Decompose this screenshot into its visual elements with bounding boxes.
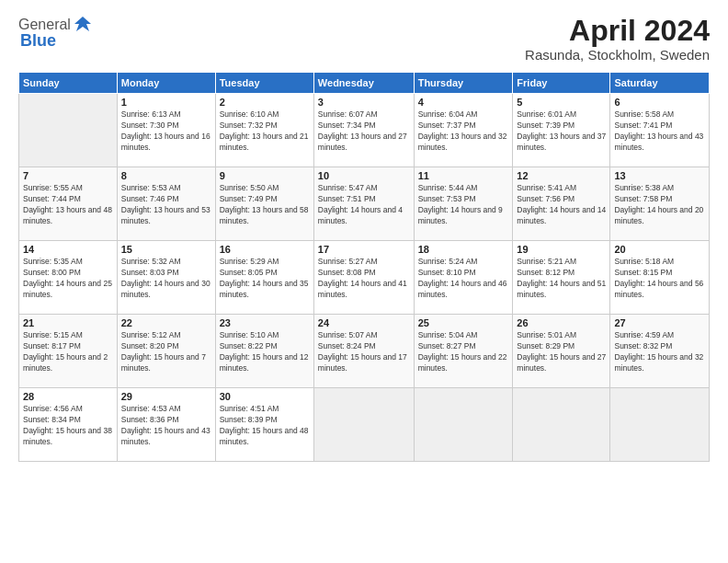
day-number: 10	[318, 170, 410, 181]
calendar-cell: 6Sunrise: 5:58 AM Sunset: 7:41 PM Daylig…	[610, 94, 710, 167]
calendar-cell: 1Sunrise: 6:13 AM Sunset: 7:30 PM Daylig…	[117, 94, 215, 167]
logo-blue-text: Blue	[20, 31, 56, 51]
logo: General Blue	[18, 15, 93, 51]
calendar-cell	[610, 388, 710, 462]
header: General Blue April 2024 Rasunda, Stockho…	[18, 15, 710, 63]
day-info: Sunrise: 5:18 AM Sunset: 8:15 PM Dayligh…	[614, 257, 705, 301]
day-number: 16	[220, 244, 310, 255]
calendar-cell: 10Sunrise: 5:47 AM Sunset: 7:51 PM Dayli…	[313, 167, 414, 241]
day-number: 28	[23, 391, 113, 402]
calendar-cell: 25Sunrise: 5:04 AM Sunset: 8:27 PM Dayli…	[414, 315, 513, 388]
day-info: Sunrise: 5:27 AM Sunset: 8:08 PM Dayligh…	[318, 257, 410, 301]
day-info: Sunrise: 6:01 AM Sunset: 7:39 PM Dayligh…	[517, 109, 606, 154]
calendar-cell: 11Sunrise: 5:44 AM Sunset: 7:53 PM Dayli…	[414, 167, 513, 241]
day-info: Sunrise: 6:10 AM Sunset: 7:32 PM Dayligh…	[220, 109, 310, 154]
day-number: 20	[614, 244, 705, 255]
day-info: Sunrise: 5:41 AM Sunset: 7:56 PM Dayligh…	[517, 183, 606, 227]
calendar-cell: 29Sunrise: 4:53 AM Sunset: 8:36 PM Dayli…	[117, 388, 215, 462]
day-number: 8	[121, 170, 211, 181]
calendar-cell: 30Sunrise: 4:51 AM Sunset: 8:39 PM Dayli…	[215, 388, 313, 462]
day-number: 12	[517, 170, 606, 181]
day-info: Sunrise: 6:04 AM Sunset: 7:37 PM Dayligh…	[418, 109, 509, 154]
day-number: 9	[220, 170, 310, 181]
calendar-cell: 18Sunrise: 5:24 AM Sunset: 8:10 PM Dayli…	[414, 241, 513, 315]
day-number: 4	[418, 97, 509, 108]
weekday-header-tuesday: Tuesday	[215, 73, 313, 94]
day-info: Sunrise: 5:12 AM Sunset: 8:20 PM Dayligh…	[121, 330, 211, 374]
calendar-cell: 28Sunrise: 4:56 AM Sunset: 8:34 PM Dayli…	[19, 388, 118, 462]
week-row-2: 7Sunrise: 5:55 AM Sunset: 7:44 PM Daylig…	[19, 167, 710, 241]
calendar-cell: 5Sunrise: 6:01 AM Sunset: 7:39 PM Daylig…	[513, 94, 610, 167]
week-row-1: 1Sunrise: 6:13 AM Sunset: 7:30 PM Daylig…	[19, 94, 710, 167]
day-number: 13	[614, 170, 705, 181]
calendar-table: SundayMondayTuesdayWednesdayThursdayFrid…	[18, 72, 710, 462]
day-number: 17	[318, 244, 410, 255]
day-info: Sunrise: 5:44 AM Sunset: 7:53 PM Dayligh…	[418, 183, 509, 227]
calendar-cell: 22Sunrise: 5:12 AM Sunset: 8:20 PM Dayli…	[117, 315, 215, 388]
calendar-cell: 26Sunrise: 5:01 AM Sunset: 8:29 PM Dayli…	[513, 315, 610, 388]
calendar-cell: 2Sunrise: 6:10 AM Sunset: 7:32 PM Daylig…	[215, 94, 313, 167]
day-info: Sunrise: 5:32 AM Sunset: 8:03 PM Dayligh…	[121, 257, 211, 301]
day-number: 27	[614, 317, 705, 328]
svg-marker-0	[74, 17, 91, 31]
day-info: Sunrise: 4:59 AM Sunset: 8:32 PM Dayligh…	[614, 330, 705, 374]
day-number: 23	[220, 317, 310, 328]
calendar-cell: 23Sunrise: 5:10 AM Sunset: 8:22 PM Dayli…	[215, 315, 313, 388]
calendar-cell: 27Sunrise: 4:59 AM Sunset: 8:32 PM Dayli…	[610, 315, 710, 388]
day-number: 26	[517, 317, 606, 328]
weekday-header-saturday: Saturday	[610, 73, 710, 94]
day-info: Sunrise: 5:38 AM Sunset: 7:58 PM Dayligh…	[614, 183, 705, 227]
calendar-cell: 16Sunrise: 5:29 AM Sunset: 8:05 PM Dayli…	[215, 241, 313, 315]
calendar-cell: 7Sunrise: 5:55 AM Sunset: 7:44 PM Daylig…	[19, 167, 118, 241]
calendar-cell	[513, 388, 610, 462]
week-row-4: 21Sunrise: 5:15 AM Sunset: 8:17 PM Dayli…	[19, 315, 710, 388]
day-info: Sunrise: 5:47 AM Sunset: 7:51 PM Dayligh…	[318, 183, 410, 227]
day-info: Sunrise: 5:07 AM Sunset: 8:24 PM Dayligh…	[318, 330, 410, 374]
weekday-header-friday: Friday	[513, 73, 610, 94]
day-info: Sunrise: 6:13 AM Sunset: 7:30 PM Dayligh…	[121, 109, 211, 154]
calendar-cell: 12Sunrise: 5:41 AM Sunset: 7:56 PM Dayli…	[513, 167, 610, 241]
day-info: Sunrise: 5:35 AM Sunset: 8:00 PM Dayligh…	[23, 257, 113, 301]
page: General Blue April 2024 Rasunda, Stockho…	[0, 0, 728, 563]
day-info: Sunrise: 5:04 AM Sunset: 8:27 PM Dayligh…	[418, 330, 509, 374]
day-number: 24	[318, 317, 410, 328]
calendar-cell: 13Sunrise: 5:38 AM Sunset: 7:58 PM Dayli…	[610, 167, 710, 241]
calendar-cell	[313, 388, 414, 462]
day-info: Sunrise: 5:58 AM Sunset: 7:41 PM Dayligh…	[614, 109, 705, 154]
day-number: 3	[318, 97, 410, 108]
calendar-cell: 19Sunrise: 5:21 AM Sunset: 8:12 PM Dayli…	[513, 241, 610, 315]
day-info: Sunrise: 5:15 AM Sunset: 8:17 PM Dayligh…	[23, 330, 113, 374]
day-number: 29	[121, 391, 211, 402]
day-number: 30	[220, 391, 310, 402]
day-number: 22	[121, 317, 211, 328]
calendar-cell: 8Sunrise: 5:53 AM Sunset: 7:46 PM Daylig…	[117, 167, 215, 241]
weekday-header-sunday: Sunday	[19, 73, 118, 94]
day-info: Sunrise: 5:55 AM Sunset: 7:44 PM Dayligh…	[23, 183, 113, 227]
calendar-cell: 15Sunrise: 5:32 AM Sunset: 8:03 PM Dayli…	[117, 241, 215, 315]
day-number: 15	[121, 244, 211, 255]
weekday-header-wednesday: Wednesday	[313, 73, 414, 94]
day-info: Sunrise: 5:24 AM Sunset: 8:10 PM Dayligh…	[418, 257, 509, 301]
day-number: 25	[418, 317, 509, 328]
day-number: 21	[23, 317, 113, 328]
day-number: 14	[23, 244, 113, 255]
calendar-cell: 24Sunrise: 5:07 AM Sunset: 8:24 PM Dayli…	[313, 315, 414, 388]
title-month: April 2024	[525, 15, 710, 47]
day-info: Sunrise: 5:50 AM Sunset: 7:49 PM Dayligh…	[220, 183, 310, 227]
day-info: Sunrise: 4:51 AM Sunset: 8:39 PM Dayligh…	[220, 404, 310, 448]
weekday-header-monday: Monday	[117, 73, 215, 94]
week-row-5: 28Sunrise: 4:56 AM Sunset: 8:34 PM Dayli…	[19, 388, 710, 462]
calendar-cell: 3Sunrise: 6:07 AM Sunset: 7:34 PM Daylig…	[313, 94, 414, 167]
day-number: 6	[614, 97, 705, 108]
day-number: 19	[517, 244, 606, 255]
day-number: 18	[418, 244, 509, 255]
day-info: Sunrise: 5:01 AM Sunset: 8:29 PM Dayligh…	[517, 330, 606, 374]
day-number: 11	[418, 170, 509, 181]
day-info: Sunrise: 6:07 AM Sunset: 7:34 PM Dayligh…	[318, 109, 410, 154]
calendar-cell: 9Sunrise: 5:50 AM Sunset: 7:49 PM Daylig…	[215, 167, 313, 241]
title-location: Rasunda, Stockholm, Sweden	[525, 47, 710, 63]
day-info: Sunrise: 5:10 AM Sunset: 8:22 PM Dayligh…	[220, 330, 310, 374]
day-info: Sunrise: 4:53 AM Sunset: 8:36 PM Dayligh…	[121, 404, 211, 448]
weekday-header-row: SundayMondayTuesdayWednesdayThursdayFrid…	[19, 73, 710, 94]
title-block: April 2024 Rasunda, Stockholm, Sweden	[525, 15, 710, 63]
